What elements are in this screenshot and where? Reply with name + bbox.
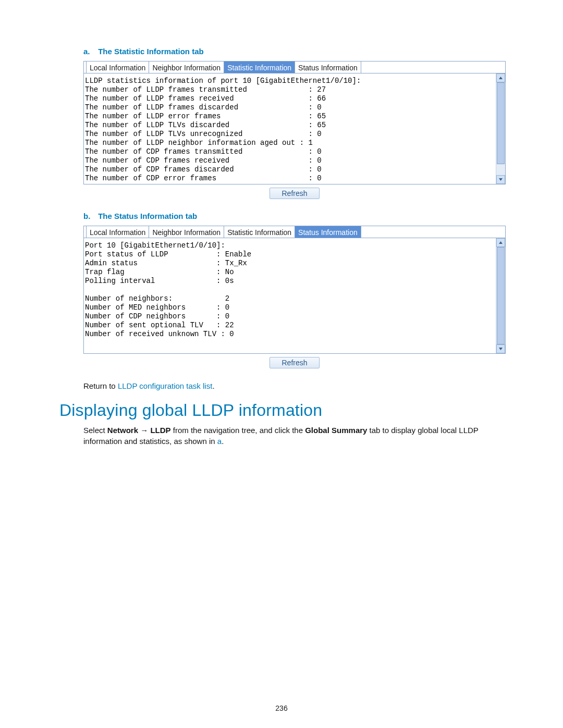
tab-row-b: Local Information Neighbor Information S… (84, 226, 505, 238)
body-paragraph: Select Network → LLDP from the navigatio… (83, 425, 506, 447)
tab-neighbor-information[interactable]: Neighbor Information (149, 226, 224, 238)
scroll-up-button[interactable] (496, 73, 505, 82)
svg-marker-3 (499, 348, 503, 350)
body-bold-lldp: LLDP (150, 426, 170, 435)
caption-b: b. The Status Information tab (83, 212, 506, 220)
chevron-down-icon (498, 347, 503, 351)
statistic-content: LLDP statistics information of port 10 [… (84, 73, 496, 184)
body-text: from the navigation tree, and click the (171, 426, 305, 435)
refresh-button[interactable]: Refresh (270, 357, 320, 368)
return-prefix: Return to (83, 381, 118, 390)
body-text: → (138, 426, 150, 435)
caption-a-text: The Statistic Information tab (98, 47, 204, 56)
scroll-down-button[interactable] (496, 175, 505, 184)
caption-b-text: The Status Information tab (98, 212, 197, 220)
body-bold-global-summary: Global Summary (305, 426, 367, 435)
lldp-config-task-list-link[interactable]: LLDP configuration task list (118, 381, 213, 390)
tab-local-information[interactable]: Local Information (86, 61, 149, 73)
chevron-down-icon (498, 177, 503, 182)
scroll-up-button[interactable] (496, 238, 505, 247)
scroll-thumb[interactable] (497, 82, 505, 164)
scroll-track[interactable] (496, 82, 505, 175)
tab-row-a: Local Information Neighbor Information S… (84, 61, 505, 73)
caption-b-letter: b. (83, 212, 96, 220)
svg-marker-0 (499, 77, 503, 79)
scrollbar-a[interactable] (496, 73, 505, 184)
body-text: . (222, 437, 224, 446)
section-heading: Displaying global LLDP information (59, 401, 506, 420)
caption-a: a. The Statistic Information tab (83, 47, 506, 56)
svg-marker-2 (499, 241, 503, 244)
body-bold-network: Network (107, 426, 138, 435)
svg-marker-1 (499, 178, 503, 181)
refresh-button[interactable]: Refresh (270, 188, 320, 199)
tab-statistic-information[interactable]: Statistic Information (224, 226, 295, 238)
return-suffix: . (212, 381, 214, 390)
chevron-up-icon (498, 76, 503, 80)
status-content: Port 10 [GigabitEthernet1/0/10]: Port st… (84, 238, 496, 353)
tab-local-information[interactable]: Local Information (86, 226, 149, 238)
tab-status-information[interactable]: Status Information (295, 61, 361, 73)
panel-statistic-info: Local Information Neighbor Information S… (83, 61, 506, 184)
tab-status-information[interactable]: Status Information (295, 226, 361, 238)
caption-a-letter: a. (83, 47, 96, 56)
return-paragraph: Return to LLDP configuration task list. (83, 381, 506, 391)
panel-status-info: Local Information Neighbor Information S… (83, 226, 506, 354)
tab-neighbor-information[interactable]: Neighbor Information (149, 61, 224, 73)
chevron-up-icon (498, 240, 503, 245)
tab-statistic-information[interactable]: Statistic Information (224, 61, 295, 73)
scroll-track[interactable] (496, 247, 505, 344)
scroll-down-button[interactable] (496, 344, 505, 353)
scrollbar-b[interactable] (496, 238, 505, 353)
body-text: Select (83, 426, 107, 435)
scroll-thumb[interactable] (497, 247, 505, 344)
page-number: 236 (0, 704, 563, 712)
ref-a-link[interactable]: a (217, 437, 222, 446)
